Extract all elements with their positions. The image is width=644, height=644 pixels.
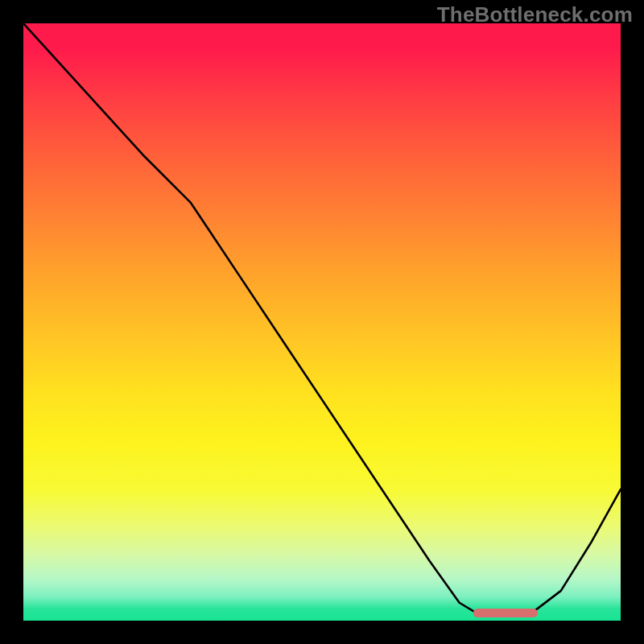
line-curve [23,23,621,621]
annotation-bar [473,609,538,617]
chart-stage: TheBottleneck.com [0,0,644,644]
plot-frame [23,23,621,621]
watermark-text: TheBottleneck.com [437,2,633,27]
curve-path [23,23,621,613]
